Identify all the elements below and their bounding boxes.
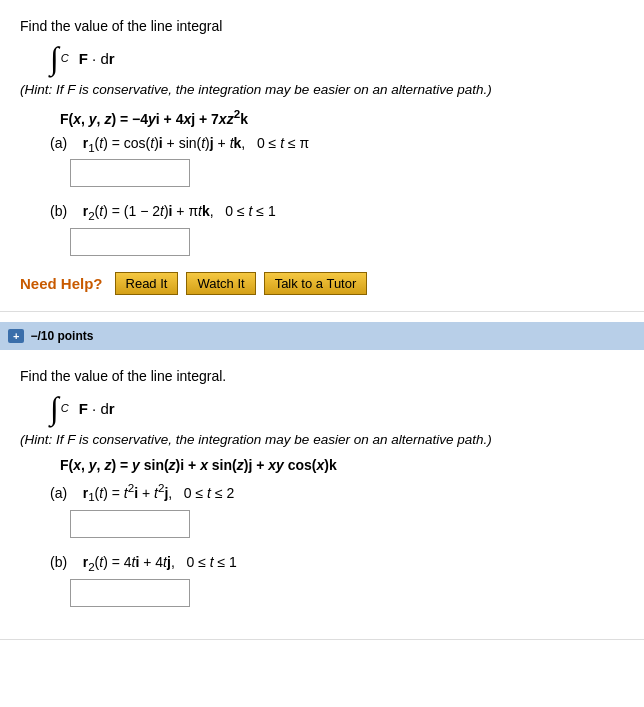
hint-text-2: (Hint: If F is conservative, the integra… (20, 432, 624, 447)
need-help-label-1: Need Help? (20, 275, 103, 292)
answer-input-2a[interactable] (70, 510, 190, 538)
integral-expr-1: F · dr (79, 50, 115, 67)
watch-it-button-1[interactable]: Watch It (186, 272, 255, 295)
answer-input-1a[interactable] (70, 159, 190, 187)
problem-2-intro: Find the value of the line integral. (20, 368, 624, 384)
answer-input-2b[interactable] (70, 579, 190, 607)
integral-symbol-2: ∫ (50, 392, 59, 424)
integral-sub-1: C (61, 52, 69, 64)
part-b-label-2: (b) r2(t) = 4ti + 4tj, 0 ≤ t ≤ 1 (50, 554, 624, 573)
problem-1-intro: Find the value of the line integral (20, 18, 624, 34)
integral-symbol-1: ∫ (50, 42, 59, 74)
problem-1-section: Find the value of the line integral ∫ C … (0, 0, 644, 312)
formula-1: F(x, y, z) = −4yi + 4xj + 7xz2k (60, 107, 624, 127)
integral-sub-2: C (61, 402, 69, 414)
part-a-label-1: (a) r1(t) = cos(t)i + sin(t)j + tk, 0 ≤ … (50, 135, 624, 154)
divider-bar: + −/10 points (0, 322, 644, 350)
points-badge: + (8, 329, 24, 343)
integral-expr-2: F · dr (79, 400, 115, 417)
talk-to-tutor-button-1[interactable]: Talk to a Tutor (264, 272, 368, 295)
integral-display-2: ∫ C F · dr (50, 392, 624, 424)
formula-2: F(x, y, z) = y sin(z)i + x sin(z)j + xy … (60, 457, 624, 473)
part-a-label-2: (a) r1(t) = t2i + t2j, 0 ≤ t ≤ 2 (50, 481, 624, 503)
problem-2-section: Find the value of the line integral. ∫ C… (0, 350, 644, 639)
points-text: −/10 points (30, 329, 93, 343)
need-help-row-1: Need Help? Read It Watch It Talk to a Tu… (20, 272, 624, 295)
answer-input-1b[interactable] (70, 228, 190, 256)
integral-display-1: ∫ C F · dr (50, 42, 624, 74)
read-it-button-1[interactable]: Read It (115, 272, 179, 295)
part-b-label-1: (b) r2(t) = (1 − 2t)i + πtk, 0 ≤ t ≤ 1 (50, 203, 624, 222)
hint-text-1: (Hint: If F is conservative, the integra… (20, 82, 624, 97)
